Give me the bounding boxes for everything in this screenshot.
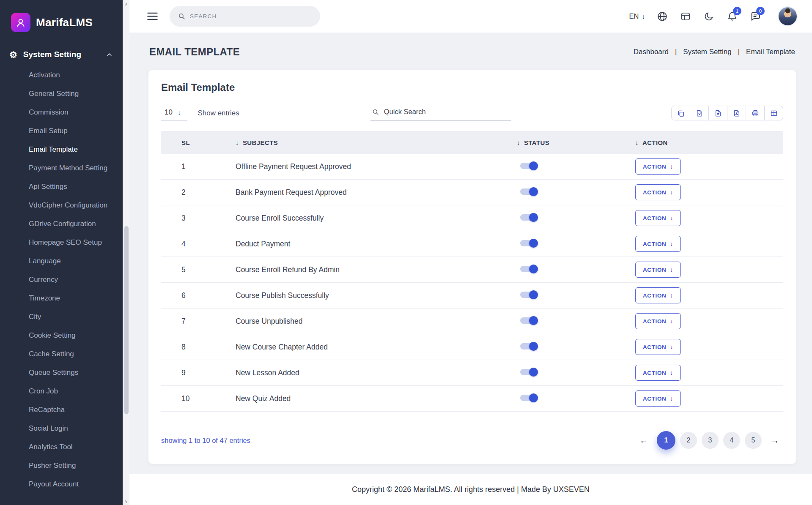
pagination-page-3[interactable]: 3: [702, 432, 719, 449]
pagination-page-5[interactable]: 5: [745, 432, 762, 449]
status-toggle[interactable]: [520, 343, 537, 349]
sidebar-item-cache-setting[interactable]: Cache Setting: [0, 345, 123, 363]
row-action-button[interactable]: ACTION↓: [635, 287, 681, 303]
chevron-down-icon: ↓: [670, 318, 673, 325]
language-selector[interactable]: EN ↓: [629, 12, 645, 20]
sidebar-item-gdrive-configuration[interactable]: GDrive Configuration: [0, 215, 123, 233]
pagination-prev-button[interactable]: ←: [635, 432, 652, 449]
status-toggle[interactable]: [520, 266, 537, 272]
sidebar-item-social-login[interactable]: Social Login: [0, 419, 123, 438]
table-row: 9New Lesson AddedACTION↓: [161, 360, 783, 386]
sidebar-scrollbar[interactable]: ∧ ∨: [123, 0, 129, 505]
quick-search-input[interactable]: [384, 108, 509, 116]
sidebar-item-email-setup[interactable]: Email Setup: [0, 122, 123, 140]
row-action-cell: ACTION↓: [635, 262, 783, 278]
sidebar-item-queue-settings[interactable]: Queue Settings: [0, 363, 123, 382]
scrollbar-up-arrow[interactable]: ∧: [123, 0, 129, 8]
column-label: SUBJECTS: [243, 139, 278, 146]
column-header-subjects[interactable]: ↓ SUBJECTS: [220, 139, 517, 146]
row-action-cell: ACTION↓: [635, 365, 783, 381]
row-action-button[interactable]: ACTION↓: [635, 184, 681, 200]
sidebar-item-cookie-setting[interactable]: Cookie Setting: [0, 326, 123, 345]
messages-chat-icon[interactable]: 0: [749, 11, 761, 22]
status-toggle[interactable]: [520, 188, 537, 195]
breadcrumb-item[interactable]: System Setting: [683, 48, 731, 56]
table-controls: 10 ↓ Show entries: [161, 105, 783, 121]
export-excel-button[interactable]: [690, 106, 709, 120]
export-columns-button[interactable]: [764, 106, 783, 120]
row-action-button[interactable]: ACTION↓: [635, 236, 681, 252]
row-action-button[interactable]: ACTION↓: [635, 313, 681, 329]
sidebar-item-city[interactable]: City: [0, 308, 123, 326]
toggle-knob: [529, 316, 538, 325]
row-action-button[interactable]: ACTION↓: [635, 390, 681, 407]
export-pdf-button[interactable]: [727, 106, 746, 120]
chevron-down-icon: ↓: [670, 344, 673, 350]
sidebar-item-pusher-setting[interactable]: Pusher Setting: [0, 456, 123, 475]
sidebar-item-activation[interactable]: Activation: [0, 66, 123, 85]
entries-per-page-select[interactable]: 10 ↓: [161, 106, 187, 121]
sidebar-item-analytics-tool[interactable]: Analytics Tool: [0, 438, 123, 456]
chevron-down-icon: ↓: [670, 266, 673, 273]
row-action-button[interactable]: ACTION↓: [635, 365, 681, 381]
export-copy-button[interactable]: [671, 106, 690, 120]
pagination-next-button[interactable]: →: [766, 432, 783, 449]
toggle-knob: [529, 290, 538, 299]
pagination-page-4[interactable]: 4: [723, 432, 740, 449]
sidebar-item-payout-account[interactable]: Payout Account: [0, 475, 123, 494]
table-row: 2Bank Payment Request ApprovedACTION↓: [161, 180, 783, 205]
status-toggle[interactable]: [520, 163, 537, 169]
table-row: 1Offline Payment Request ApprovedACTION↓: [161, 154, 783, 180]
user-avatar[interactable]: [779, 7, 797, 25]
sidebar-item-currency[interactable]: Currency: [0, 270, 123, 289]
column-header-action[interactable]: ↓ ACTION: [635, 139, 783, 146]
status-toggle[interactable]: [520, 395, 537, 401]
action-button-label: ACTION: [643, 215, 666, 221]
row-action-button[interactable]: ACTION↓: [635, 210, 681, 226]
dark-mode-moon-icon[interactable]: [703, 11, 715, 22]
pagination-page-2[interactable]: 2: [680, 432, 697, 449]
export-csv-button[interactable]: [708, 106, 727, 120]
chevron-down-icon: ↓: [670, 215, 673, 221]
column-header-sl[interactable]: SL: [161, 139, 220, 146]
sidebar-item-vdocipher-configuration[interactable]: VdoCipher Configuration: [0, 196, 123, 215]
sidebar-item-timezone[interactable]: Timezone: [0, 289, 123, 308]
status-toggle[interactable]: [520, 292, 537, 298]
logo[interactable]: MarifaLMS: [0, 0, 123, 44]
row-sl: 1: [161, 162, 220, 171]
sidebar-item-email-template[interactable]: Email Template: [0, 140, 123, 159]
sidebar-item-cron-job[interactable]: Cron Job: [0, 382, 123, 401]
sidebar-item-api-settings[interactable]: Api Settings: [0, 177, 123, 196]
search-input[interactable]: [190, 13, 312, 19]
menu-toggle-icon[interactable]: [147, 12, 158, 20]
notifications-bell-icon[interactable]: 1: [726, 11, 738, 22]
row-action-button[interactable]: ACTION↓: [635, 339, 681, 355]
sidebar-item-recaptcha[interactable]: ReCaptcha: [0, 401, 123, 419]
globe-icon[interactable]: [656, 11, 668, 22]
layout-icon[interactable]: [680, 11, 691, 22]
status-toggle[interactable]: [520, 317, 537, 324]
search-icon: [178, 13, 185, 20]
scrollbar-thumb[interactable]: [124, 226, 129, 414]
sidebar-item-general-setting[interactable]: General Setting: [0, 85, 123, 103]
export-print-button[interactable]: [746, 106, 765, 120]
status-toggle[interactable]: [520, 369, 537, 375]
row-sl: 3: [161, 214, 220, 223]
row-action-button[interactable]: ACTION↓: [635, 158, 681, 175]
status-toggle[interactable]: [520, 240, 537, 246]
table-row: 4Deduct PaymentACTION↓: [161, 231, 783, 257]
column-header-status[interactable]: ↓ STATUS: [517, 139, 635, 146]
row-action-button[interactable]: ACTION↓: [635, 262, 681, 278]
breadcrumb-item[interactable]: Dashboard: [634, 48, 669, 56]
scrollbar-down-arrow[interactable]: ∨: [123, 497, 129, 505]
notification-badge: 1: [733, 7, 741, 15]
pagination-page-1[interactable]: 1: [657, 431, 675, 450]
sidebar-item-commission[interactable]: Commission: [0, 103, 123, 122]
sidebar-section-system-setting[interactable]: ⚙ System Setting: [0, 44, 123, 66]
row-subject: Course Publish Successfully: [220, 291, 517, 300]
sidebar-item-homepage-seo-setup[interactable]: Homepage SEO Setup: [0, 233, 123, 252]
sidebar-item-payment-method-setting[interactable]: Payment Method Setting: [0, 159, 123, 177]
sidebar-item-language[interactable]: Language: [0, 252, 123, 270]
chevron-down-icon: ↓: [670, 240, 673, 247]
status-toggle[interactable]: [520, 214, 537, 221]
